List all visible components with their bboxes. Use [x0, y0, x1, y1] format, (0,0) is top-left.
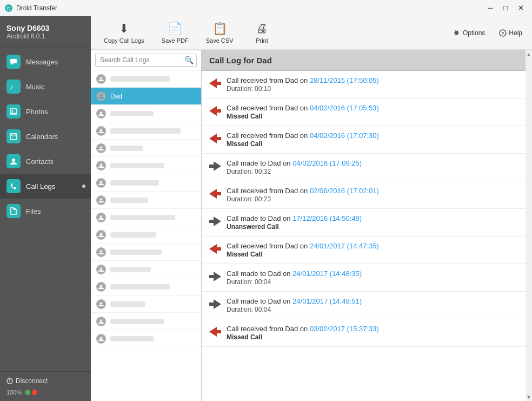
list-item[interactable]	[91, 192, 201, 209]
outgoing-call-arrow	[209, 215, 221, 227]
list-item[interactable]	[91, 122, 201, 140]
active-dot	[82, 185, 85, 188]
call-title: Call received from Dad on 04/02/2016 (17…	[227, 132, 524, 140]
svg-point-28	[100, 233, 102, 235]
contact-name-dad: Dad	[110, 93, 122, 100]
title-bar-controls[interactable]: ─ □ ✕	[483, 3, 528, 14]
disconnect-button[interactable]: Disconnect	[6, 377, 84, 385]
call-info: Call received from Dad on 04/02/2016 (17…	[227, 132, 524, 148]
svg-point-34	[100, 337, 102, 339]
contact-name-blurred	[110, 128, 181, 134]
avatar	[96, 213, 106, 222]
svg-text:♪: ♪	[10, 83, 13, 90]
sidebar-item-calendars[interactable]: Calendars	[0, 124, 91, 149]
search-bar: 🔍	[91, 50, 201, 70]
calllog-list: Call received from Dad on 28/11/2015 (17…	[202, 71, 532, 401]
list-item[interactable]	[91, 140, 201, 157]
svg-marker-38	[209, 161, 221, 171]
battery-row: 100%	[6, 389, 84, 396]
avatar	[96, 178, 106, 188]
list-item[interactable]	[91, 330, 201, 347]
call-title: Call made to Dad on 17/12/2016 (14:50:49…	[227, 214, 524, 222]
list-item[interactable]	[91, 70, 201, 88]
list-item[interactable]	[91, 209, 201, 226]
call-entry: Call received from Dad on 28/11/2015 (17…	[202, 71, 532, 98]
svg-text:?: ?	[502, 31, 505, 36]
disconnect-label: Disconnect	[16, 377, 48, 385]
scroll-up-arrow[interactable]: ▲	[526, 51, 531, 57]
sidebar-item-messages[interactable]: Messages	[0, 49, 91, 74]
list-item[interactable]	[91, 278, 201, 295]
calendars-icon	[6, 129, 21, 143]
device-name: Sony D6603	[6, 24, 84, 32]
save-pdf-button[interactable]: 📄 Save PDF	[154, 19, 196, 46]
avatar	[96, 317, 106, 326]
list-item[interactable]	[91, 174, 201, 192]
print-button[interactable]: 🖨 Print	[243, 19, 281, 46]
call-sub: Duration: 00:10	[227, 85, 524, 93]
sidebar-item-contacts[interactable]: Contacts	[0, 149, 91, 174]
call-title: Call made to Dad on 24/01/2017 (14:48:51…	[227, 297, 524, 305]
content: 🔍 Dad	[91, 50, 532, 401]
call-entry: Call received from Dad on 04/02/2016 (17…	[202, 98, 532, 126]
sidebar-item-call-logs-label: Call Logs	[26, 182, 55, 190]
svg-marker-42	[209, 272, 221, 281]
list-item[interactable]	[91, 244, 201, 261]
call-datetime: 04/02/2016 (17:07:30)	[310, 132, 379, 140]
save-csv-icon: 📋	[212, 22, 227, 36]
call-datetime: 02/06/2016 (17:02:01)	[310, 187, 379, 195]
calllog-scrollbar[interactable]: ▲ ▼	[526, 50, 532, 401]
close-button[interactable]: ✕	[514, 3, 528, 14]
svg-point-31	[100, 285, 102, 287]
sidebar-item-music[interactable]: ♪ Music	[0, 74, 91, 99]
messages-icon	[6, 55, 21, 69]
list-item[interactable]: Dad	[91, 88, 201, 105]
maximize-button[interactable]: □	[498, 3, 513, 14]
call-datetime: 04/02/2016 (17:09:25)	[292, 159, 362, 167]
list-item[interactable]	[91, 313, 201, 330]
svg-point-25	[100, 181, 102, 183]
copy-call-logs-button[interactable]: ⬇ Copy Call Logs	[96, 19, 152, 46]
list-item[interactable]	[91, 105, 201, 122]
call-info: Call received from Dad on 03/02/2017 (15…	[227, 325, 524, 341]
contact-list: Dad	[91, 70, 201, 401]
call-title: Call received from Dad on 02/06/2016 (17…	[227, 187, 524, 195]
avatar	[96, 265, 106, 274]
avatar	[96, 161, 106, 170]
contact-name-blurred	[110, 319, 164, 324]
call-title: Call made to Dad on 04/02/2016 (17:09:25…	[227, 159, 524, 167]
save-csv-button[interactable]: 📋 Save CSV	[198, 19, 241, 46]
help-button[interactable]: ? Help	[495, 27, 527, 39]
contact-name-blurred	[110, 76, 170, 82]
search-input[interactable]	[95, 54, 197, 67]
options-button[interactable]: Options	[449, 27, 489, 39]
save-csv-label: Save CSV	[206, 37, 234, 44]
call-title: Call made to Dad on 24/01/2017 (14:48:35…	[227, 269, 524, 278]
svg-marker-35	[209, 78, 221, 88]
scroll-down-arrow[interactable]: ▼	[526, 394, 531, 400]
sidebar-item-photos[interactable]: Photos	[0, 99, 91, 124]
outgoing-call-arrow	[209, 271, 221, 282]
call-sub: Missed Call	[227, 140, 524, 148]
avatar	[96, 299, 106, 309]
disconnect-icon	[6, 378, 13, 384]
call-info: Call received from Dad on 24/01/2017 (14…	[227, 242, 524, 258]
call-datetime: 04/02/2016 (17:05:53)	[310, 104, 379, 112]
list-item[interactable]	[91, 295, 201, 313]
list-item[interactable]	[91, 157, 201, 174]
avatar	[96, 126, 106, 136]
list-item[interactable]	[91, 261, 201, 278]
calllog-panel: Call Log for Dad Call received from Dad …	[202, 50, 532, 401]
minimize-button[interactable]: ─	[483, 3, 497, 14]
incoming-call-arrow	[209, 188, 221, 200]
call-entry: Call made to Dad on 24/01/2017 (14:48:35…	[202, 264, 532, 292]
sidebar-item-call-logs[interactable]: Call Logs	[0, 174, 91, 199]
toolbar: ⬇ Copy Call Logs 📄 Save PDF 📋 Save CSV 🖨…	[91, 16, 532, 50]
list-item[interactable]	[91, 226, 201, 244]
incoming-call-arrow	[209, 105, 221, 117]
contact-name-blurred	[110, 180, 159, 186]
svg-marker-37	[209, 134, 221, 143]
sidebar-item-files[interactable]: Files	[0, 199, 91, 223]
svg-point-23	[100, 146, 102, 148]
avatar	[96, 195, 106, 205]
